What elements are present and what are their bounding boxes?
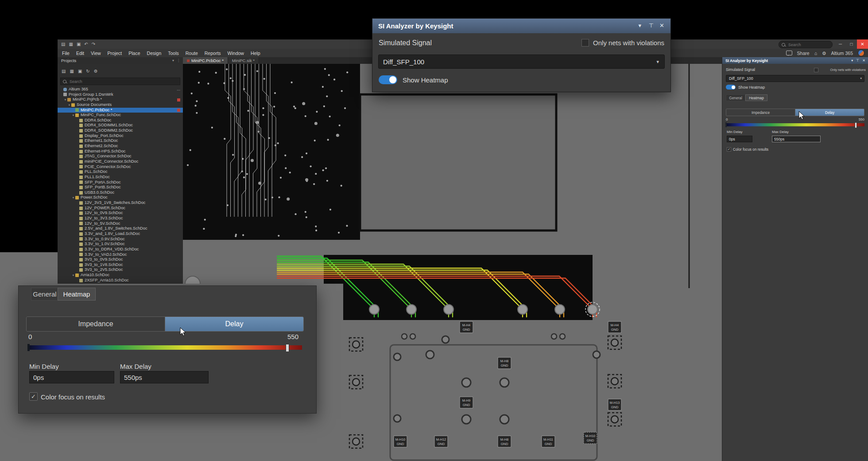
tree-item[interactable]: ▾MiniPC.PrjPcb *	[58, 97, 183, 102]
overlay-titlebar[interactable]: SI Analyzer by Keysight ▾ ⊤ ✕	[372, 19, 670, 33]
new-document-icon[interactable]: ▤	[61, 41, 65, 47]
tree-item[interactable]: ▾Power.SchDoc	[58, 195, 183, 200]
tree-item[interactable]: DDR4_SODIMM1.SchDoc	[58, 123, 183, 128]
tree-item[interactable]: PLL.SchDoc	[58, 169, 183, 175]
chevron-down-icon[interactable]: ▾	[851, 59, 853, 63]
pin-icon[interactable]: ⊤	[856, 59, 859, 63]
tree-item[interactable]: 12V_to_3V3.SchDoc	[58, 216, 183, 221]
tree-item[interactable]: Display_Port.SchDoc	[58, 133, 183, 139]
sync-icon[interactable]: ↻	[86, 69, 89, 74]
heatmap-gradient-slider[interactable]	[28, 345, 302, 350]
tree-item[interactable]: DDR4_SODIMM2.SchDoc	[58, 128, 183, 133]
menu-window[interactable]: Window	[228, 51, 244, 56]
violations-checkbox[interactable]	[814, 68, 818, 72]
min-delay-input[interactable]	[727, 136, 752, 142]
tree-item[interactable]: Ethernet-HPS.SchDoc	[58, 149, 183, 154]
menu-file[interactable]: File	[62, 51, 70, 56]
tree-item[interactable]: ▾Source Documents	[58, 102, 183, 108]
signal-dropdown[interactable]: Diff_SFP_100 ▾	[726, 75, 864, 82]
expander-icon[interactable]: ▾	[71, 195, 75, 200]
menu-place[interactable]: Place	[128, 51, 140, 56]
slider-handle-max[interactable]	[286, 344, 289, 352]
panel-menu-icon[interactable]: ⋮	[177, 59, 180, 63]
chevron-down-icon[interactable]: ▾	[638, 22, 641, 29]
tree-item[interactable]: 3.3V_to_DDR4_VDD.SchDoc	[58, 247, 183, 252]
doc-tab-sik[interactable]: MiniPC.sik *	[228, 57, 259, 64]
tree-item[interactable]: 3.3V_to_1.0V.SchDoc	[58, 242, 183, 247]
expander-icon[interactable]: ▾	[63, 97, 67, 102]
close-icon[interactable]: ✕	[659, 22, 664, 29]
tree-item[interactable]: 2.5V_and_1.8V_Switches.SchDoc	[58, 226, 183, 231]
tree-item[interactable]: PLL1.SchDoc	[58, 175, 183, 180]
expander-icon[interactable]: ▾	[71, 273, 75, 278]
pin-icon[interactable]: ⊤	[649, 22, 654, 29]
slider-handle-min[interactable]	[27, 344, 30, 351]
add-icon[interactable]: ▣	[78, 69, 82, 74]
menu-tools[interactable]: Tools	[168, 51, 179, 56]
panel-dropdown-icon[interactable]: ▾	[172, 59, 174, 63]
doc-tab-pcbdoc[interactable]: MiniPC.PcbDoc *	[183, 57, 228, 64]
tree-item[interactable]: Altium 365...	[58, 87, 183, 92]
search-input[interactable]	[787, 42, 825, 47]
show-heatmap-toggle[interactable]	[379, 75, 397, 84]
violations-checkbox[interactable]	[581, 39, 589, 47]
min-delay-input[interactable]	[29, 371, 114, 383]
gear-icon[interactable]: ⚙	[822, 51, 826, 56]
tree-item[interactable]: 3V3_to_2V5.SchDoc	[58, 267, 183, 273]
tree-item[interactable]: SFP_PortA.SchDoc	[58, 180, 183, 185]
refresh-icon[interactable]: ▦	[70, 69, 74, 74]
tab-heatmap[interactable]: Heatmap	[745, 94, 767, 101]
undo-icon[interactable]: ↶	[84, 41, 88, 47]
comments-icon[interactable]	[786, 51, 792, 55]
impedance-button[interactable]: Impedance	[726, 109, 795, 116]
tree-item[interactable]: 3.3V_and_1.8V_Load.SchDoc	[58, 231, 183, 237]
menu-edit[interactable]: Edit	[76, 51, 84, 56]
menu-help[interactable]: Help	[251, 51, 260, 56]
heatmap-gradient-slider[interactable]	[726, 123, 864, 126]
tab-general[interactable]: General	[31, 288, 58, 301]
tree-item[interactable]: 12V_POWER.SchDoc	[58, 206, 183, 211]
tree-item[interactable]: USB3.0.SchDoc	[58, 190, 183, 195]
tree-item[interactable]: 3V3_to_0V9.SchDoc	[58, 257, 183, 262]
tree-item[interactable]: 3.3V_to_VADJ.SchDoc	[58, 252, 183, 258]
max-delay-input[interactable]	[120, 371, 209, 383]
close-button[interactable]: ✕	[857, 39, 868, 49]
tree-item[interactable]: MiniPC.PcbDoc *	[58, 108, 183, 113]
slider-handle-max[interactable]	[855, 122, 857, 128]
color-focus-checkbox[interactable]: ✓	[29, 392, 38, 401]
open-icon[interactable]: ▦	[69, 41, 73, 47]
show-heatmap-toggle[interactable]	[726, 85, 736, 90]
share-button[interactable]: Share	[797, 51, 810, 56]
signal-dropdown[interactable]: Diff_SFP_100 ▾	[378, 55, 665, 69]
projects-search-input[interactable]	[69, 79, 168, 84]
menu-reports[interactable]: Reports	[205, 51, 221, 56]
slider-handle-min[interactable]	[725, 122, 727, 127]
more-icon[interactable]: ...	[177, 87, 180, 92]
tab-general[interactable]: General	[726, 94, 745, 101]
projects-search[interactable]	[60, 78, 180, 85]
minimize-button[interactable]: ─	[835, 39, 846, 49]
home-icon[interactable]: ⌂	[814, 51, 817, 56]
menu-design[interactable]: Design	[147, 51, 162, 56]
maximize-button[interactable]: □	[846, 39, 857, 49]
tree-item[interactable]: 3.3V_to_0.9V.SchDoc	[58, 237, 183, 242]
tree-item[interactable]: ▾Arria10.SchDoc	[58, 273, 183, 278]
redo-icon[interactable]: ↷	[92, 41, 95, 47]
tree-item[interactable]: 2XSFP_Arria10.SchDoc	[58, 278, 183, 283]
settings-icon[interactable]: ⚙	[94, 69, 98, 74]
color-focus-checkbox[interactable]: ✓	[727, 147, 731, 152]
tree-item[interactable]: JTAG_Connector.SchDoc	[58, 154, 183, 159]
tree-item[interactable]: 12V_to_5V.SchDoc	[58, 221, 183, 227]
tree-item[interactable]: SFP_PortB.SchDoc	[58, 185, 183, 190]
tree-item[interactable]: Ethernet2.SchDoc	[58, 144, 183, 149]
tree-item[interactable]: 12V_to_0V9.SchDoc	[58, 211, 183, 216]
impedance-button[interactable]: Impedance	[27, 317, 165, 331]
compile-icon[interactable]: ▤	[62, 69, 66, 74]
tree-item[interactable]: ▾MiniPC_Func.SchDoc	[58, 113, 183, 118]
max-delay-input[interactable]	[772, 136, 821, 142]
save-icon[interactable]: ▣	[77, 41, 81, 47]
menu-project[interactable]: Project	[108, 51, 122, 56]
tree-item[interactable]: DDR4.SchDoc	[58, 118, 183, 123]
expander-icon[interactable]: ▾	[67, 102, 71, 108]
tree-item[interactable]: PCIE_Connector.SchDoc	[58, 164, 183, 170]
